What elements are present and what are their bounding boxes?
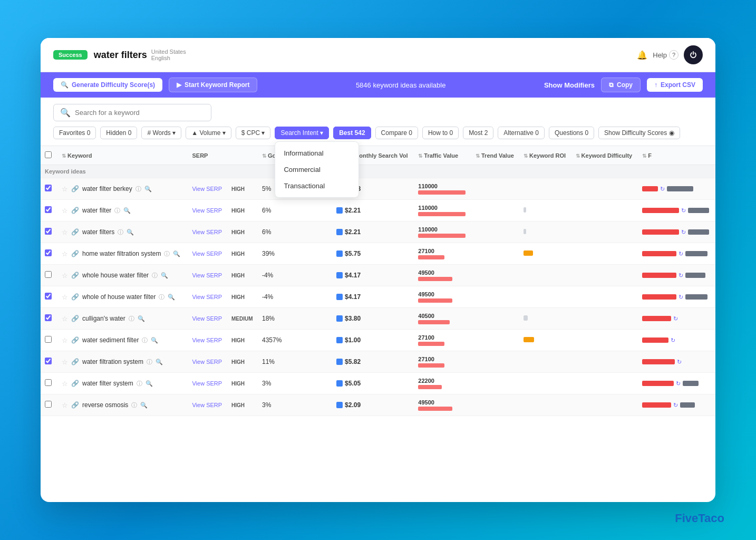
info-icon[interactable]: ⓘ [114,207,120,215]
help-button[interactable]: Help ? [653,50,679,60]
row-checkbox[interactable] [45,336,52,343]
serp-link[interactable]: View SERP [192,229,222,235]
row-checkbox[interactable] [45,206,52,213]
difficulty-bar [642,273,676,278]
select-all-checkbox[interactable] [45,151,52,158]
search-icon-small[interactable]: 🔍 [151,337,158,344]
serp-link[interactable]: View SERP [192,359,222,365]
refresh-icon[interactable]: ↻ [679,272,683,279]
chip-search-intent[interactable]: Search Intent ▾ [275,127,329,139]
info-icon[interactable]: ⓘ [137,380,142,388]
chip-best[interactable]: Best 542 [333,127,371,139]
refresh-icon[interactable]: ↻ [673,315,678,322]
search-icon-small[interactable]: 🔍 [123,207,131,214]
chip-alternative[interactable]: Alternative 0 [498,127,545,139]
chip-most[interactable]: Most 2 [463,127,493,139]
serp-link[interactable]: View SERP [192,402,222,408]
export-csv-button[interactable]: ↑ Export CSV [647,78,703,92]
chip-compare[interactable]: Compare 0 [375,127,418,139]
info-icon[interactable]: ⓘ [129,315,134,323]
info-icon[interactable]: ⓘ [147,358,152,366]
star-icon[interactable]: ☆ [62,401,68,409]
row-checkbox[interactable] [45,379,52,386]
row-checkbox[interactable] [45,185,52,191]
intent-informational[interactable]: Informational [275,145,358,161]
info-icon[interactable]: ⓘ [159,293,164,301]
generate-difficulty-button[interactable]: 🔍 Generate Difficulty Score(s) [53,78,162,92]
search-icon-small[interactable]: 🔍 [144,186,152,192]
refresh-icon[interactable]: ↻ [677,359,682,365]
star-icon[interactable]: ☆ [62,380,68,388]
search-icon-small[interactable]: 🔍 [173,250,180,257]
star-icon[interactable]: ☆ [62,336,68,344]
refresh-icon[interactable]: ↻ [679,294,683,301]
serp-link[interactable]: View SERP [192,294,222,300]
row-checkbox[interactable] [45,228,52,235]
star-icon[interactable]: ☆ [62,207,68,215]
chip-show-difficulty[interactable]: Show Difficulty Scores ◉ [598,127,680,139]
row-checkbox[interactable] [45,314,52,321]
refresh-icon[interactable]: ↻ [679,250,683,257]
intent-commercial[interactable]: Commercial [275,161,358,178]
star-icon[interactable]: ☆ [62,315,68,323]
star-icon[interactable]: ☆ [62,228,68,236]
chip-questions[interactable]: Questions 0 [549,127,594,139]
bell-icon[interactable]: 🔔 [637,50,647,60]
star-icon[interactable]: ☆ [62,185,68,193]
refresh-icon[interactable]: ↻ [681,229,686,236]
serp-link[interactable]: View SERP [192,337,222,343]
vol-number: 110000 [418,205,467,211]
chip-favorites[interactable]: Favorites 0 [53,127,96,139]
vol-number: 49500 [418,291,467,297]
serp-link[interactable]: View SERP [192,207,222,214]
search-input-wrap[interactable]: 🔍 [53,104,211,121]
refresh-icon[interactable]: ↻ [681,207,686,214]
serp-link[interactable]: View SERP [192,186,222,192]
star-icon[interactable]: ☆ [62,358,68,366]
copy-button[interactable]: ⧉ Copy [601,78,641,92]
search-icon-small[interactable]: 🔍 [146,380,153,387]
start-keyword-report-button[interactable]: ▶ Start Keyword Report [169,78,257,92]
trend-cell: 6% [258,200,332,221]
search-icon-small[interactable]: 🔍 [127,229,134,236]
row-checkbox-cell [41,178,57,200]
search-input[interactable] [75,109,205,117]
info-icon[interactable]: ⓘ [118,228,123,236]
serp-link[interactable]: View SERP [192,272,222,278]
serp-link[interactable]: View SERP [192,315,222,322]
search-icon-small[interactable]: 🔍 [161,272,168,279]
chip-words[interactable]: # Words ▾ [141,127,181,139]
intent-transactional[interactable]: Transactional [275,178,358,194]
chip-howto[interactable]: How to 0 [422,127,459,139]
chip-hidden[interactable]: Hidden 0 [100,127,137,139]
star-icon[interactable]: ☆ [62,293,68,301]
info-icon[interactable]: ⓘ [131,401,137,409]
row-checkbox[interactable] [45,358,52,364]
power-button[interactable] [684,45,703,64]
row-checkbox[interactable] [45,271,52,278]
show-modifiers-button[interactable]: Show Modifiers [544,81,595,89]
chip-volume[interactable]: ▲ Volume ▾ [186,127,231,139]
search-icon-small[interactable]: 🔍 [138,315,145,322]
refresh-icon[interactable]: ↻ [671,337,675,344]
chip-cpc[interactable]: $ CPC ▾ [236,127,271,139]
search-icon-small[interactable]: 🔍 [168,294,175,301]
search-icon-small[interactable]: 🔍 [140,402,148,409]
row-checkbox[interactable] [45,249,52,256]
serp-link[interactable]: View SERP [192,250,222,257]
star-icon[interactable]: ☆ [62,250,68,258]
row-checkbox[interactable] [45,401,52,408]
info-icon[interactable]: ⓘ [135,185,141,193]
refresh-icon[interactable]: ↻ [676,380,681,387]
info-icon[interactable]: ⓘ [152,272,158,279]
search-icon-small[interactable]: 🔍 [156,359,163,365]
refresh-icon[interactable]: ↻ [660,186,665,192]
serp-link[interactable]: View SERP [192,380,222,387]
info-icon[interactable]: ⓘ [164,250,170,258]
difficulty-bar [642,186,658,191]
star-icon[interactable]: ☆ [62,272,68,279]
info-icon[interactable]: ⓘ [142,336,148,344]
vol-bar [418,385,442,389]
row-checkbox[interactable] [45,293,52,300]
refresh-icon[interactable]: ↻ [673,402,678,409]
